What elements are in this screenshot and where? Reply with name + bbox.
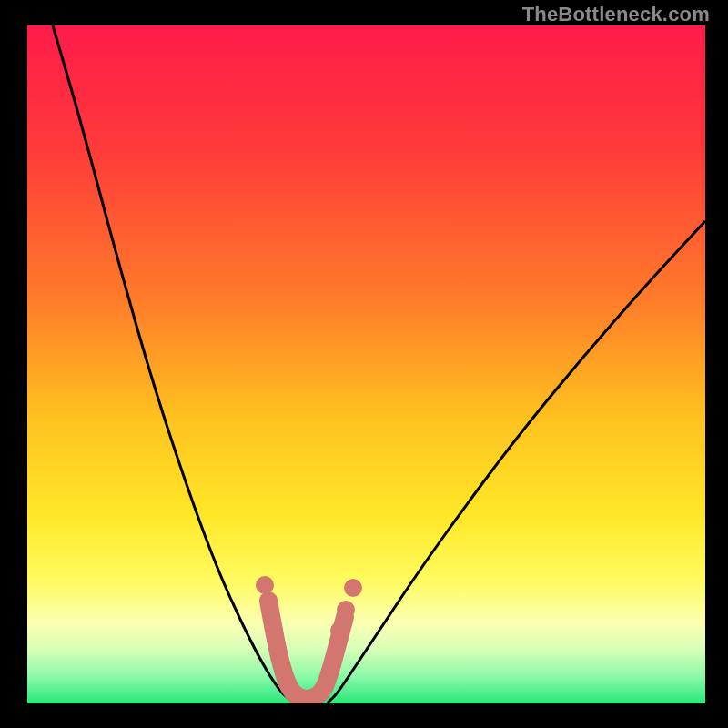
dot_right_1	[330, 622, 349, 640]
series-left_curve	[53, 25, 295, 703]
dot_right_3	[344, 579, 362, 597]
plot-area	[27, 25, 705, 703]
chart-frame: TheBottleneck.com	[0, 0, 728, 728]
series-right_curve	[328, 221, 705, 703]
series-valley_outline	[268, 601, 345, 699]
dot_right_2	[337, 601, 355, 619]
watermark-text: TheBottleneck.com	[522, 3, 710, 26]
dot_left_upper	[256, 576, 274, 594]
chart-curves	[27, 25, 705, 703]
